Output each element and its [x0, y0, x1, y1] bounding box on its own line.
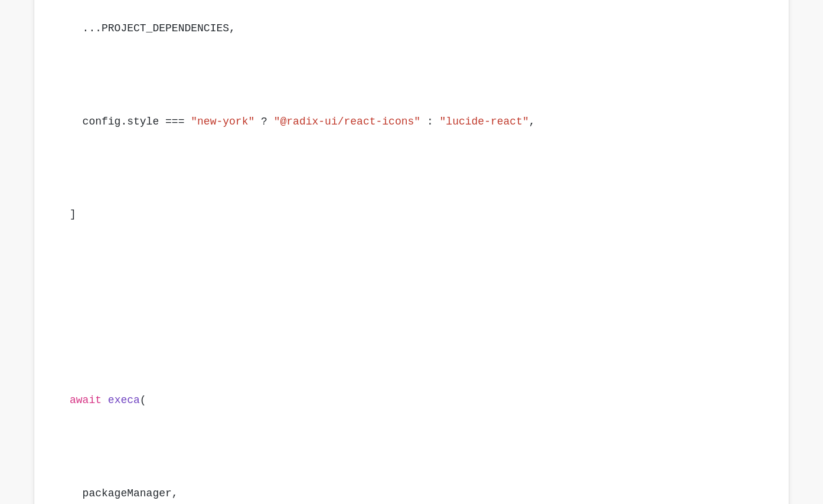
- func-execa: execa: [108, 394, 140, 406]
- string-radix: "@radix-ui/react-icons": [274, 116, 420, 127]
- line-11: await execa(: [70, 391, 753, 410]
- code-container: // Install dependencies. const dependenc…: [34, 0, 789, 504]
- keyword-await2: await: [70, 394, 102, 406]
- line-12: packageManager,: [70, 485, 753, 503]
- empty-line-2: [70, 299, 753, 318]
- line-9: ]: [70, 205, 753, 224]
- string-new-york: "new-york": [191, 116, 254, 127]
- line-8: config.style === "new-york" ? "@radix-ui…: [70, 113, 753, 132]
- line-7: ...PROJECT_DEPENDENCIES,: [70, 19, 753, 38]
- string-lucide: "lucide-react": [440, 116, 529, 127]
- code-block: // Install dependencies. const dependenc…: [70, 0, 753, 504]
